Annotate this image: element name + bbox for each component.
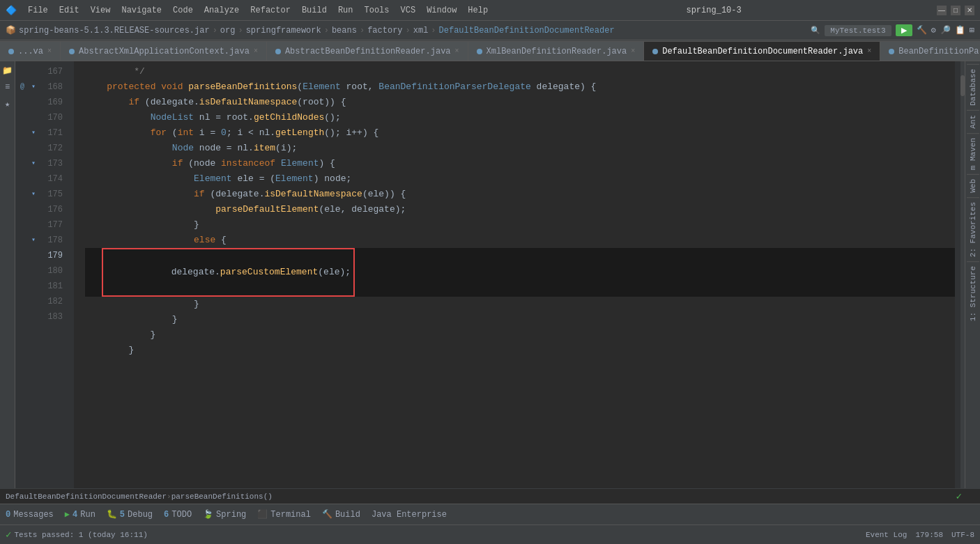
fold-168[interactable]: ▾ (26, 79, 40, 95)
tab-va[interactable]: ...va × (0, 41, 61, 61)
fold-172 (26, 141, 40, 156)
toolbar-run[interactable]: ▶ 4 Run (65, 509, 95, 520)
linenum-171: 171 (39, 125, 68, 141)
maximize-button[interactable]: □ (951, 6, 960, 15)
menu-vcs[interactable]: VCS (398, 4, 419, 17)
menu-edit[interactable]: Edit (56, 4, 82, 17)
toolbar-spring[interactable]: 🍃 Spring (203, 509, 246, 520)
menu-file[interactable]: File (25, 4, 51, 17)
linenum-170: 170 (39, 110, 68, 125)
fold-181 (26, 279, 40, 294)
tab-default-bean[interactable]: DefaultBeanDefinitionDocumentReader.java… (644, 41, 880, 61)
layout-icon[interactable]: ⊞ (970, 25, 974, 36)
menu-code[interactable]: Code (170, 4, 196, 17)
fold-171[interactable]: ▾ (26, 125, 40, 141)
menu-refactor[interactable]: Refactor (247, 4, 293, 17)
app-container: 🔷 File Edit View Navigate Code Analyze R… (0, 0, 980, 544)
right-tab-structure[interactable]: 1: Structure (967, 261, 979, 325)
breadcrumb-org[interactable]: org (220, 26, 236, 36)
code-line-175: if (delegate. isDefaultNamespace (ele)) … (85, 187, 955, 202)
todo-label: TODO (171, 510, 192, 520)
breadcrumb-beans[interactable]: beans (332, 26, 357, 36)
tests-passed-label: Tests passed: 1 (today 16:11) (14, 531, 147, 539)
run-label: Run (80, 510, 95, 520)
breadcrumb-factory[interactable]: factory (367, 26, 402, 36)
tab-icon-abstract-xml (69, 49, 75, 54)
code-line-169: if (delegate. isDefaultNamespace (root))… (85, 95, 955, 110)
tab-close-default-bean[interactable]: × (867, 47, 871, 55)
tab-close-abstract-xml[interactable]: × (254, 47, 258, 55)
settings-icon[interactable]: ⚙ (931, 25, 936, 36)
code-line-178: else { (85, 233, 955, 248)
menu-view[interactable]: View (88, 4, 114, 17)
toolbar-todo[interactable]: 6 TODO (164, 510, 192, 520)
toolbar-debug[interactable]: 🐛 5 Debug (107, 509, 153, 520)
encoding-label[interactable]: UTF-8 (951, 531, 974, 539)
tab-close-abstract-bean[interactable]: × (455, 47, 459, 55)
breadcrumb-jar[interactable]: spring-beans-5.1.3.RELEASE-sources.jar (19, 26, 210, 36)
right-tab-web[interactable]: Web (967, 174, 979, 197)
right-tab-maven[interactable]: m Maven (967, 133, 979, 174)
linenum-174: 174 (39, 171, 68, 187)
right-tab-ant[interactable]: Ant (967, 110, 979, 133)
tab-icon-va (8, 49, 14, 54)
toolbar-build[interactable]: 🔨 Build (322, 509, 360, 520)
tab-abstract-bean[interactable]: AbstractBeanDefinitionReader.java × (267, 41, 468, 61)
tab-close-va[interactable]: × (47, 47, 52, 55)
tab-close-xml-bean[interactable]: × (631, 47, 635, 55)
toolbar-messages[interactable]: 0 Messages (6, 510, 54, 520)
build-icon[interactable]: 🔨 (917, 25, 927, 36)
fold-182 (26, 294, 40, 309)
breadcrumb-icon: 📦 (6, 25, 16, 36)
linenum-167: 167 (39, 64, 68, 79)
structure-icon[interactable]: ≡ (1, 81, 14, 93)
red-box-highlight: delegate.parseCustomElement(ele); (102, 248, 355, 297)
breadcrumb-xml[interactable]: xml (413, 26, 429, 36)
breadcrumb-springframework[interactable]: springframework (246, 26, 321, 36)
menu-help[interactable]: Help (465, 4, 491, 17)
menu-window[interactable]: Window (424, 4, 459, 17)
breadcrumb-class[interactable]: DefaultBeanDefinitionDocumentReader (439, 26, 615, 36)
fold-174 (26, 171, 40, 187)
fold-170 (26, 110, 40, 125)
minimize-button[interactable]: — (937, 6, 947, 15)
menu-run[interactable]: Run (335, 4, 356, 17)
code-line-168: protected void parseBeanDefinitions ( El… (85, 79, 955, 95)
debug-label: Debug (128, 510, 153, 520)
toolbar-java-enterprise[interactable]: Java Enterprise (372, 510, 447, 520)
tab-icon-abstract-bean (275, 49, 281, 54)
run-button[interactable]: ▶ (896, 24, 912, 36)
code-editor[interactable]: */ protected void parseBeanDefinitions (… (74, 61, 955, 488)
tab-parser-delegate[interactable]: BeanDefinitionParserDelegate.java × (880, 41, 980, 61)
fold-175[interactable]: ▾ (26, 187, 40, 202)
fold-gutter: ▾ ▾ ▾ ▾ ▾ (26, 61, 39, 488)
code-line-174: Element ele = ( Element ) node; (85, 171, 955, 187)
search-icon[interactable]: 🔍 (811, 26, 820, 35)
tab-icon-xml-bean (477, 49, 482, 54)
favorites-icon[interactable]: ★ (1, 98, 14, 110)
right-tab-favorites[interactable]: 2: Favorites (967, 197, 979, 261)
tab-xml-bean[interactable]: XmlBeanDefinitionReader.java × (468, 41, 645, 61)
project-icon[interactable]: 📁 (1, 64, 14, 77)
scrollbar-thumb[interactable] (960, 75, 965, 96)
menu-analyze[interactable]: Analyze (201, 4, 242, 17)
right-tab-database[interactable]: Database (967, 64, 979, 110)
linenum-175: 175 (39, 187, 68, 202)
search2-icon[interactable]: 🔎 (940, 25, 951, 36)
fold-173[interactable]: ▾ (26, 156, 40, 171)
git-icon[interactable]: 📋 (955, 25, 965, 36)
close-button[interactable]: ✕ (965, 6, 974, 15)
toolbar-terminal[interactable]: ⬛ Terminal (257, 509, 311, 520)
menu-navigate[interactable]: Navigate (118, 4, 164, 17)
scrollbar[interactable] (955, 61, 965, 488)
fold-178[interactable]: ▾ (26, 233, 40, 248)
event-log-label[interactable]: Event Log (866, 531, 907, 539)
messages-num: 0 (6, 510, 10, 520)
menu-build[interactable]: Build (299, 4, 330, 17)
debug-num: 5 (120, 510, 125, 520)
fold-167 (26, 64, 40, 79)
tab-bar: ...va × AbstractXmlApplicationContext.ja… (0, 40, 980, 61)
run-config-label[interactable]: MyTest.test3 (825, 25, 891, 36)
menu-tools[interactable]: Tools (362, 4, 392, 17)
tab-abstract-xml[interactable]: AbstractXmlApplicationContext.java × (61, 41, 267, 61)
